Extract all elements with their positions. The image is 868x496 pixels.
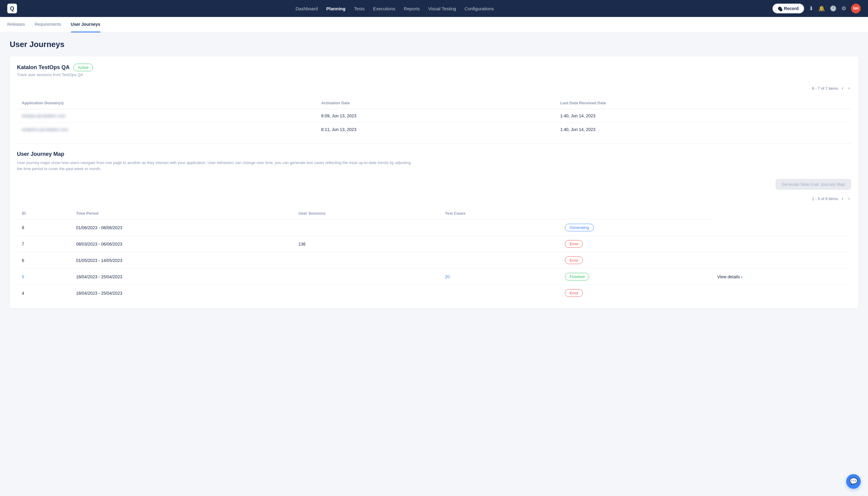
nav-executions[interactable]: Executions [373, 5, 395, 12]
col-activation: Activation Date [316, 97, 555, 109]
view-details-button[interactable]: View details › [717, 274, 743, 279]
user-avatar[interactable]: NH [851, 4, 861, 13]
journeys-table-row: 8 01/06/2023 - 08/06/2023 Generating [17, 219, 851, 236]
sub-navigation: Releases Requirements User Journeys [0, 17, 868, 32]
journeys-pagination-text: 1 - 5 of 8 items [812, 197, 838, 201]
domain-cell: analytics.qa.katalon.com [17, 123, 316, 136]
main-card: Katalon TestOps QA Active Track user ses… [10, 57, 858, 308]
journeys-table-row: 6 01/05/2023 - 14/05/2023 Error [17, 252, 851, 269]
nav-tests[interactable]: Tests [354, 5, 365, 12]
journey-map-title: User Journey Map [17, 151, 851, 157]
journey-map-description: User journey maps show how users navigat… [17, 160, 411, 172]
journey-testcases-cell [440, 252, 560, 269]
last-received-cell: 1:40, Jun 14, 2023 [555, 109, 851, 123]
journey-testcases-cell [440, 285, 560, 301]
settings-icon[interactable]: ⚙ [841, 5, 846, 12]
tab-releases[interactable]: Releases [7, 17, 25, 32]
col-actions [560, 207, 712, 219]
journey-testcases-cell [440, 236, 560, 252]
project-description: Track user sessions from TestOps QA [17, 73, 851, 77]
journey-period-cell: 01/05/2023 - 14/05/2023 [71, 252, 294, 269]
journey-id-cell: 7 [17, 236, 71, 252]
app-logo[interactable]: Q [7, 4, 17, 13]
journey-id-cell: 6 [17, 252, 71, 269]
col-id: ID [17, 207, 71, 219]
activation-cell: 6:09, Jun 13, 2023 [316, 109, 555, 123]
journey-period-cell: 18/04/2023 - 25/04/2023 [71, 269, 294, 285]
journey-status-cell: Error [560, 285, 712, 301]
generate-section: Generate New User Journey Map [17, 179, 851, 195]
generate-journey-map-button[interactable]: Generate New User Journey Map [776, 179, 851, 190]
journey-sessions-cell [294, 269, 440, 285]
col-time-period: Time Period [71, 207, 294, 219]
top-navigation: Q Dashboard Planning Tests Executions Re… [0, 0, 868, 17]
page-title: User Journeys [10, 40, 858, 49]
journey-action-cell [712, 219, 851, 236]
tab-requirements[interactable]: Requirements [34, 17, 61, 32]
journey-sessions-cell [294, 252, 440, 269]
project-name: Katalon TestOps QA [17, 64, 70, 71]
journey-action-cell[interactable]: View details › [712, 269, 851, 285]
journey-period-cell: 08/03/2023 - 06/06/2023 [71, 236, 294, 252]
journeys-table-row: 5 18/04/2023 - 25/04/2023 20 Finished Vi… [17, 269, 851, 285]
nav-dashboard[interactable]: Dashboard [296, 5, 318, 12]
journey-sessions-cell: 136 [294, 236, 440, 252]
record-icon: ⏺ [778, 7, 782, 10]
project-status-badge: Active [73, 64, 93, 71]
domain-cell: testops.qa.katalon.com [17, 109, 316, 123]
section-divider [17, 143, 851, 144]
page-content: User Journeys Katalon TestOps QA Active … [0, 32, 868, 315]
col-user-sessions: User Sessions [294, 207, 440, 219]
journey-action-cell [712, 252, 851, 269]
journeys-prev-button[interactable]: ‹ [840, 195, 845, 203]
journey-testcases-cell: 20 [440, 269, 560, 285]
tab-user-journeys[interactable]: User Journeys [71, 17, 100, 32]
domains-pagination: 6 - 7 of 7 items ‹ › [17, 84, 851, 92]
history-icon[interactable]: 🕐 [830, 5, 836, 12]
journey-id-cell: 4 [17, 285, 71, 301]
domains-next-button[interactable]: › [847, 84, 851, 92]
journey-period-cell: 01/06/2023 - 08/06/2023 [71, 219, 294, 236]
col-last-received: Last Data Received Date [555, 97, 851, 109]
journey-action-cell [712, 285, 851, 301]
nav-actions: ⏺ Record ⬇ 🔔 🕐 ⚙ NH [773, 4, 861, 13]
journey-action-cell [712, 236, 851, 252]
nav-configurations[interactable]: Configurations [464, 5, 494, 12]
activation-cell: 6:11, Jun 13, 2023 [316, 123, 555, 136]
nav-links: Dashboard Planning Tests Executions Repo… [27, 5, 763, 12]
domains-table-row: analytics.qa.katalon.com 6:11, Jun 13, 2… [17, 123, 851, 136]
col-test-cases: Test Cases [440, 207, 560, 219]
nav-planning[interactable]: Planning [327, 5, 346, 12]
nav-visual-testing[interactable]: Visual Testing [428, 5, 456, 12]
domains-pagination-text: 6 - 7 of 7 items [812, 86, 838, 91]
journeys-table: ID Time Period User Sessions Test Cases … [17, 207, 851, 301]
journey-period-cell: 18/04/2023 - 25/04/2023 [71, 285, 294, 301]
last-received-cell: 1:40, Jun 14, 2023 [555, 123, 851, 136]
project-header: Katalon TestOps QA Active [17, 64, 851, 71]
domains-table: Application Domain(s) Activation Date La… [17, 97, 851, 136]
domains-prev-button[interactable]: ‹ [840, 84, 845, 92]
journey-testcases-cell [440, 219, 560, 236]
journeys-table-row: 4 18/04/2023 - 25/04/2023 Error [17, 285, 851, 301]
journeys-pagination: 1 - 5 of 8 items ‹ › [17, 195, 851, 203]
nav-reports[interactable]: Reports [404, 5, 420, 12]
bell-icon[interactable]: 🔔 [818, 5, 825, 12]
domains-table-row: testops.qa.katalon.com 6:09, Jun 13, 202… [17, 109, 851, 123]
journeys-next-button[interactable]: › [847, 195, 851, 203]
download-icon[interactable]: ⬇ [809, 5, 814, 12]
journey-sessions-cell [294, 285, 440, 301]
journey-status-cell: Generating [560, 219, 712, 236]
journey-id-cell: 8 [17, 219, 71, 236]
journey-status-cell: Error [560, 252, 712, 269]
record-button[interactable]: ⏺ Record [773, 4, 804, 13]
journeys-table-row: 7 08/03/2023 - 06/06/2023 136 Error [17, 236, 851, 252]
journey-status-cell: Error [560, 236, 712, 252]
journey-id-cell[interactable]: 5 [17, 269, 71, 285]
journey-status-cell: Finished [560, 269, 712, 285]
journey-sessions-cell [294, 219, 440, 236]
col-domain: Application Domain(s) [17, 97, 316, 109]
